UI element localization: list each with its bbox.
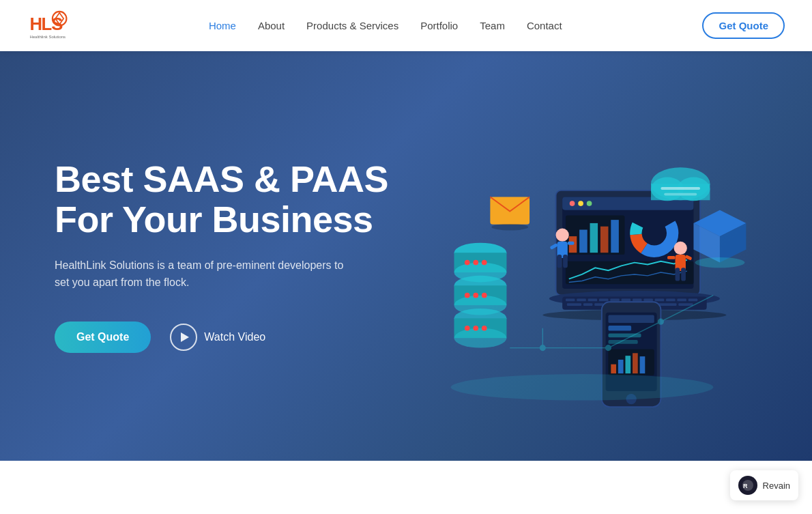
svg-rect-91 [557, 255, 562, 268]
svg-rect-92 [563, 255, 568, 268]
nav-home[interactable]: Home [209, 20, 236, 32]
hero-section: Best SAAS & PAAS For Your Business Healt… [0, 51, 812, 461]
svg-point-61 [464, 326, 469, 331]
svg-rect-35 [688, 299, 697, 302]
svg-text:H: H [29, 14, 42, 33]
svg-rect-34 [677, 299, 686, 302]
svg-rect-15 [590, 223, 598, 253]
svg-point-50 [473, 260, 478, 266]
svg-point-57 [481, 293, 487, 298]
logo-icon: H L S Healthlink Solutions [27, 7, 68, 44]
hero-get-quote-button[interactable]: Get Quote [55, 322, 151, 353]
navbar: H L S Healthlink Solutions Home About Pr… [0, 0, 812, 51]
svg-rect-14 [579, 230, 588, 253]
svg-rect-83 [661, 187, 700, 190]
svg-rect-71 [611, 365, 616, 373]
nav-contact[interactable]: Contact [527, 20, 562, 32]
hero-title: Best SAAS & PAAS For Your Business [55, 159, 406, 240]
svg-point-63 [481, 326, 487, 331]
nav-portfolio[interactable]: Portfolio [420, 20, 458, 32]
nav-about[interactable]: About [258, 20, 285, 32]
watch-video-button[interactable]: Watch Video [170, 324, 265, 351]
hero-buttons: Get Quote Watch Video [55, 322, 406, 353]
svg-text:R: R [743, 483, 748, 489]
play-circle-icon [170, 324, 197, 351]
svg-point-109 [450, 374, 713, 400]
svg-rect-66 [608, 315, 654, 324]
revain-badge: R Revain [730, 470, 798, 500]
svg-rect-97 [675, 268, 680, 281]
svg-rect-44 [678, 303, 693, 306]
svg-rect-84 [664, 193, 697, 196]
svg-rect-25 [577, 299, 585, 302]
svg-point-95 [673, 242, 686, 255]
hero-content: Best SAAS & PAAS For Your Business Healt… [55, 159, 406, 353]
svg-rect-28 [610, 299, 619, 302]
nav-team[interactable]: Team [480, 20, 505, 32]
svg-rect-67 [608, 326, 631, 331]
svg-point-62 [473, 326, 478, 331]
hero-svg-illustration [411, 92, 753, 420]
svg-rect-72 [618, 360, 623, 373]
hero-subtitle: HealthLink Solutions is a team of pre-em… [55, 257, 355, 291]
svg-rect-32 [654, 299, 663, 302]
svg-point-105 [658, 319, 663, 324]
svg-point-55 [464, 293, 469, 298]
svg-point-56 [473, 293, 478, 298]
svg-rect-98 [681, 268, 686, 281]
svg-point-104 [605, 345, 611, 351]
nav-products[interactable]: Products & Services [306, 20, 398, 32]
below-hero-section [0, 461, 812, 514]
svg-point-88 [695, 257, 744, 268]
svg-rect-36 [566, 303, 581, 306]
watch-video-label: Watch Video [204, 331, 265, 343]
navbar-get-quote-button[interactable]: Get Quote [702, 12, 785, 39]
svg-text:L: L [42, 14, 53, 33]
svg-rect-94 [567, 242, 574, 245]
svg-rect-17 [611, 220, 619, 253]
svg-rect-29 [621, 299, 630, 302]
svg-rect-99 [667, 256, 676, 259]
svg-rect-37 [583, 303, 592, 306]
svg-point-108 [540, 345, 545, 351]
svg-rect-31 [643, 299, 652, 302]
svg-rect-33 [666, 299, 675, 302]
svg-point-9 [569, 201, 575, 206]
svg-point-11 [586, 201, 592, 206]
svg-rect-75 [639, 356, 645, 373]
svg-point-89 [555, 229, 568, 242]
svg-point-10 [578, 201, 583, 206]
nav-links: Home About Products & Services Portfolio… [209, 20, 562, 32]
svg-rect-82 [650, 184, 710, 200]
svg-rect-30 [633, 299, 641, 302]
play-triangle-icon [181, 332, 189, 342]
svg-rect-24 [565, 299, 574, 302]
svg-text:Healthlink Solutions: Healthlink Solutions [29, 35, 66, 39]
svg-rect-74 [633, 353, 638, 373]
revain-label: Revain [763, 481, 790, 491]
svg-rect-73 [625, 356, 630, 373]
svg-rect-27 [599, 299, 608, 302]
svg-point-51 [481, 260, 487, 266]
hero-illustration [406, 92, 757, 420]
svg-point-49 [464, 260, 469, 266]
svg-rect-16 [600, 227, 608, 253]
logo[interactable]: H L S Healthlink Solutions [27, 7, 68, 44]
svg-rect-26 [588, 299, 596, 302]
svg-point-78 [491, 224, 528, 231]
svg-point-60 [454, 328, 506, 348]
revain-icon: R [738, 476, 757, 495]
